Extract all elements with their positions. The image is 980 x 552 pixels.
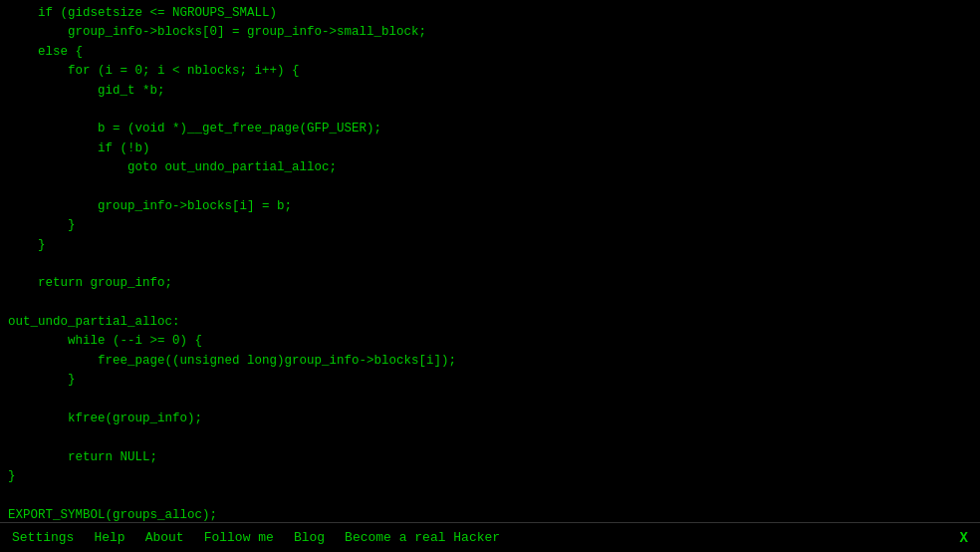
- settings-link[interactable]: Settings: [12, 530, 74, 545]
- footer-bar: Settings Help About Follow me Blog Becom…: [0, 522, 980, 552]
- code-line: }: [8, 467, 972, 486]
- code-line: free_page((unsigned long)group_info->blo…: [8, 352, 972, 371]
- about-link[interactable]: About: [145, 530, 184, 545]
- code-line: }: [8, 216, 972, 235]
- code-line: for (i = 0; i < nblocks; i++) {: [8, 62, 972, 81]
- blog-link[interactable]: Blog: [294, 530, 325, 545]
- help-link[interactable]: Help: [94, 530, 124, 545]
- code-display: if (gidsetsize <= NGROUPS_SMALL) group_i…: [0, 0, 980, 522]
- code-line: goto out_undo_partial_alloc;: [8, 158, 972, 177]
- code-line: b = (void *)__get_free_page(GFP_USER);: [8, 120, 972, 138]
- code-line: [8, 255, 972, 274]
- code-line: [8, 391, 972, 410]
- code-line: [8, 177, 972, 196]
- code-line: }: [8, 371, 972, 390]
- code-line: if (!b): [8, 139, 972, 158]
- code-line: [8, 428, 972, 447]
- code-line: [8, 101, 972, 120]
- code-line: while (--i >= 0) {: [8, 332, 972, 351]
- code-line: }: [8, 236, 972, 255]
- code-line: kfree(group_info);: [8, 410, 972, 428]
- code-line: group_info->blocks[i] = b;: [8, 197, 972, 216]
- code-line: if (gidsetsize <= NGROUPS_SMALL): [8, 4, 972, 23]
- follow-link[interactable]: Follow me: [204, 530, 274, 545]
- code-line: return group_info;: [8, 274, 972, 293]
- close-button[interactable]: X: [960, 530, 968, 546]
- code-line: group_info->blocks[0] = group_info->smal…: [8, 23, 972, 42]
- code-line: EXPORT_SYMBOL(groups_alloc);: [8, 506, 972, 522]
- code-line: out_undo_partial_alloc:: [8, 313, 972, 332]
- code-line: [8, 486, 972, 505]
- code-line: gid_t *b;: [8, 82, 972, 101]
- become-hacker-link[interactable]: Become a real Hacker: [345, 530, 500, 545]
- code-line: return NULL;: [8, 448, 972, 467]
- code-line: else {: [8, 43, 972, 62]
- code-line: [8, 294, 972, 313]
